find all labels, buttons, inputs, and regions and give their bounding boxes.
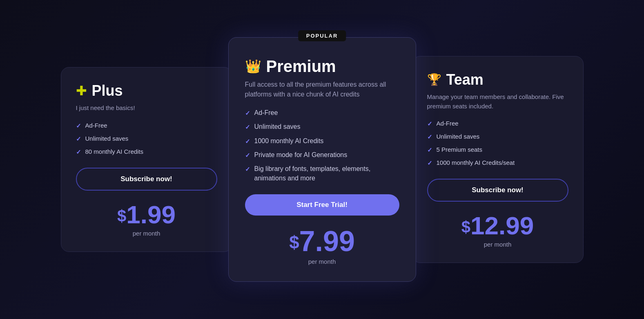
plus-subscribe-button[interactable]: Subscribe now! xyxy=(76,168,217,191)
team-price-section: $12.99 per month xyxy=(427,213,568,248)
premium-feature-5: ✓ Big library of fonts, templates, eleme… xyxy=(245,164,399,183)
check-icon-t3: ✓ xyxy=(427,146,432,154)
check-icon-3: ✓ xyxy=(76,148,81,156)
plus-feature-3: ✓ 80 monthly AI Credits xyxy=(76,147,217,156)
plus-features: ✓ Ad-Free ✓ Unlimited saves ✓ 80 monthly… xyxy=(76,121,217,156)
premium-card: POPULAR 👑 Premium Full access to all the… xyxy=(228,37,416,282)
team-price: $12.99 xyxy=(427,213,568,238)
team-dollar: $ xyxy=(461,219,470,235)
plus-period: per month xyxy=(76,230,217,237)
plus-feature-2: ✓ Unlimited saves xyxy=(76,134,217,143)
plus-header: ✚ Plus xyxy=(76,82,217,99)
check-icon-p4: ✓ xyxy=(245,151,250,160)
popular-badge: POPULAR xyxy=(298,30,346,41)
team-subtitle: Manage your team members and collaborate… xyxy=(427,92,568,111)
premium-feature-3: ✓ 1000 monthly AI Credits xyxy=(245,137,399,146)
team-icon: 🏆 xyxy=(427,74,441,85)
plus-dollar: $ xyxy=(117,208,126,224)
check-icon-p2: ✓ xyxy=(245,123,250,131)
premium-price-section: $7.99 per month xyxy=(245,227,399,265)
premium-feature-4: ✓ Private mode for AI Generations xyxy=(245,151,399,160)
check-icon-t1: ✓ xyxy=(427,119,432,128)
premium-features: ✓ Ad-Free ✓ Unlimited saves ✓ 1000 month… xyxy=(245,108,399,183)
plus-title: Plus xyxy=(92,82,123,99)
plus-price: $1.99 xyxy=(76,202,217,227)
plus-icon: ✚ xyxy=(76,84,87,97)
premium-dollar: $ xyxy=(289,234,299,252)
plus-card: ✚ Plus I just need the basics! ✓ Ad-Free… xyxy=(61,67,232,252)
check-icon-t4: ✓ xyxy=(427,159,432,167)
team-subscribe-button[interactable]: Subscribe now! xyxy=(427,179,568,202)
team-title: Team xyxy=(446,71,484,88)
plus-subtitle: I just need the basics! xyxy=(76,103,217,113)
team-feature-2: ✓ Unlimited saves xyxy=(427,132,568,141)
premium-feature-1: ✓ Ad-Free xyxy=(245,108,399,117)
premium-header: 👑 Premium xyxy=(245,57,399,76)
premium-trial-button[interactable]: Start Free Trial! xyxy=(245,194,399,216)
check-icon-2: ✓ xyxy=(76,135,81,143)
plus-feature-1: ✓ Ad-Free xyxy=(76,121,217,130)
pricing-container: ✚ Plus I just need the basics! ✓ Ad-Free… xyxy=(61,49,584,270)
team-card: 🏆 Team Manage your team members and coll… xyxy=(412,56,584,263)
check-icon-1: ✓ xyxy=(76,121,81,130)
premium-feature-2: ✓ Unlimited saves xyxy=(245,122,399,131)
check-icon-p5: ✓ xyxy=(245,165,250,173)
premium-icon: 👑 xyxy=(245,60,261,73)
premium-title: Premium xyxy=(266,57,336,76)
check-icon-p3: ✓ xyxy=(245,137,250,146)
team-feature-1: ✓ Ad-Free xyxy=(427,119,568,128)
team-feature-3: ✓ 5 Premium seats xyxy=(427,145,568,154)
check-icon-p1: ✓ xyxy=(245,109,250,117)
check-icon-t2: ✓ xyxy=(427,133,432,141)
plus-price-section: $1.99 per month xyxy=(76,202,217,237)
team-period: per month xyxy=(427,241,568,248)
premium-period: per month xyxy=(245,258,399,265)
premium-price: $7.99 xyxy=(245,227,399,256)
team-header: 🏆 Team xyxy=(427,71,568,88)
premium-subtitle: Full access to all the premium features … xyxy=(245,80,399,99)
team-features: ✓ Ad-Free ✓ Unlimited saves ✓ 5 Premium … xyxy=(427,119,568,167)
team-feature-4: ✓ 1000 monthly AI Credits/seat xyxy=(427,158,568,167)
